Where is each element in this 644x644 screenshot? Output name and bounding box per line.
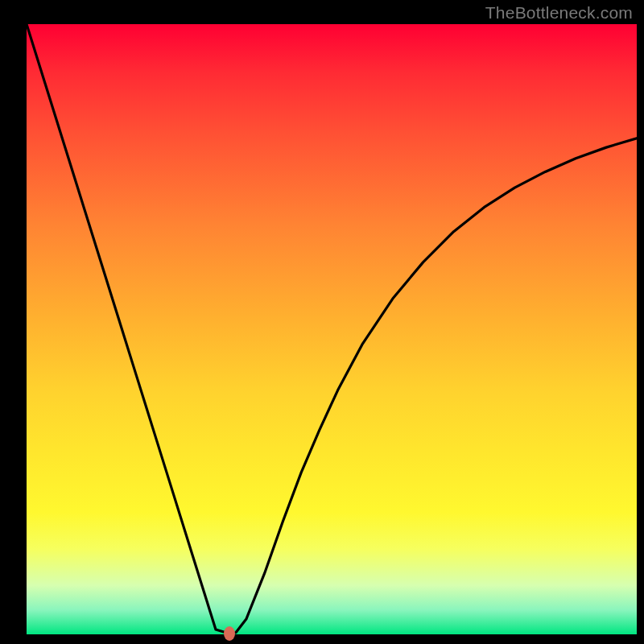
bottleneck-curve <box>27 24 637 634</box>
optimal-point-marker <box>224 626 235 641</box>
chart-frame: TheBottleneck.com <box>0 0 644 644</box>
watermark-text: TheBottleneck.com <box>485 3 633 23</box>
plot-area <box>27 24 637 634</box>
